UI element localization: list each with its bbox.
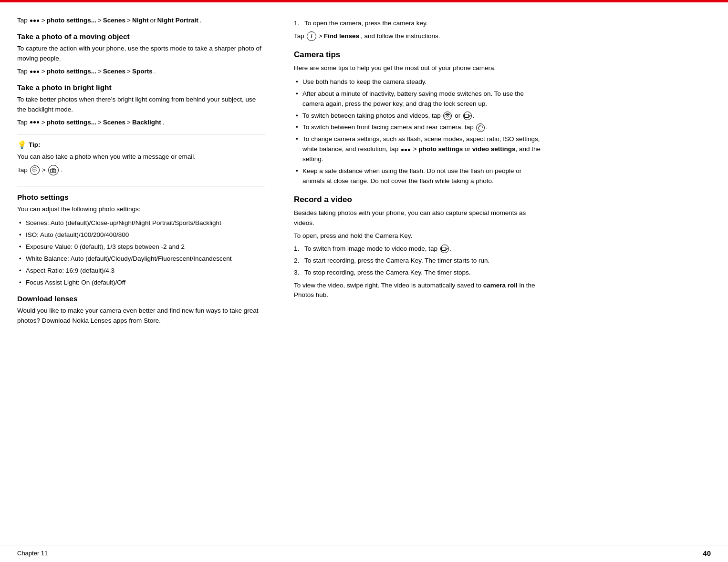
footer-chapter: Chapter 11 [17, 550, 48, 557]
footer-page: 40 [703, 549, 711, 557]
svg-rect-6 [464, 114, 468, 117]
list-item: Keep a safe distance when using the flas… [294, 166, 542, 186]
tap-arrow3: > [127, 16, 131, 26]
camera-circle-icon [48, 165, 59, 175]
page-container: Tap > photo settings... > Scenes > Night… [0, 0, 728, 562]
tap-arrow1: > [42, 16, 45, 26]
para-moving-object: To capture the action with your phone, u… [17, 44, 265, 64]
heading-camera-tips: Camera tips [294, 50, 542, 60]
list-item: To switch between front facing camera an… [294, 123, 542, 133]
footer: Chapter 11 40 [0, 545, 728, 562]
heading-record-video: Record a video [294, 195, 542, 204]
right-column: To open the camera, press the camera key… [284, 16, 542, 535]
tap-bold-sports: Sports [132, 67, 153, 77]
tap-arrow4: > [42, 67, 45, 77]
tap-text2: Tap [17, 67, 28, 77]
tap-line-find-lenses: Tap i > Find lenses , and follow the ins… [294, 31, 542, 41]
tap-period2: . [154, 67, 156, 77]
tip-section: 💡 Tip: You can also take a photo when yo… [17, 134, 265, 186]
list-item: Exposure Value: 0 (default), 1/3 steps b… [17, 242, 265, 252]
tap-bold-photo2: photo settings... [47, 67, 96, 77]
svg-marker-7 [469, 115, 471, 117]
tap-line-sports: Tap > photo settings... > Scenes > Sport… [17, 67, 265, 77]
dots-icon3 [30, 121, 39, 123]
photo-icon [443, 112, 452, 120]
para-photo-settings: You can adjust the following photo setti… [17, 204, 265, 215]
heading-moving-object: Take a photo of a moving object [17, 32, 265, 41]
tap-period4: . [61, 165, 63, 175]
left-column: Tap > photo settings... > Scenes > Night… [17, 16, 265, 535]
bold-camera-roll: cam­era roll [483, 282, 518, 289]
list-item: Use both hands to keep the camera steady… [294, 77, 542, 87]
para-camera-tips: Here are some tips to help you get the m… [294, 63, 542, 73]
message-circle-icon: 💬 [30, 165, 40, 175]
find-lenses-bold: Find lenses [324, 31, 359, 41]
tap-arrow10: > [42, 165, 46, 175]
list-item: To switch between taking photos and vide… [294, 111, 542, 121]
photo-settings-list: Scenes: Auto (default)/Close-up/Night/Ni… [17, 218, 265, 288]
video-mode-icon [440, 245, 449, 253]
tap-bold-photo3: photo settings... [47, 118, 96, 128]
dots-icon2 [30, 71, 39, 73]
camera-tips-list: Use both hands to keep the camera steady… [294, 77, 542, 186]
tap-period3: . [163, 118, 165, 128]
para-record-video: Besides taking photos with your phone, y… [294, 208, 542, 228]
svg-marker-10 [446, 248, 448, 250]
tap-bold-backlight: Backlight [132, 118, 161, 128]
bold-photo-settings: photo settings [418, 145, 463, 153]
svg-rect-9 [441, 247, 446, 251]
list-item: ISO: Auto (default)/100/200/400/800 [17, 230, 265, 240]
para-bright-light: To take better photos when there’s brigh… [17, 95, 265, 115]
svg-rect-5 [447, 113, 449, 114]
tap-or1: or [150, 16, 156, 26]
tip-para: You can also take a photo when you write… [17, 152, 265, 162]
info-circle-icon: i [307, 31, 316, 41]
para-download-lenses: Would you like to make your camera even … [17, 306, 265, 326]
heading-photo-settings: Photo settings [17, 193, 265, 202]
content-area: Tap > photo settings... > Scenes > Night… [0, 2, 728, 545]
dots-icon4 [401, 149, 410, 151]
tap-arrow8: > [98, 118, 102, 128]
svg-point-4 [447, 115, 448, 117]
numbered-list-record: To switch from image mode to video mode,… [294, 244, 542, 278]
tap-arrow9: > [127, 118, 131, 128]
heading-bright-light: Take a photo in bright light [17, 83, 265, 92]
flip-camera-icon [476, 123, 485, 132]
tap-bold-night: Night [132, 16, 149, 26]
svg-marker-8 [479, 125, 480, 126]
tap-line-message: Tap 💬 > . [17, 165, 265, 175]
bold-video-settings: video settings [472, 145, 516, 153]
tap-line-backlight: Tap > photo settings... > Scenes > Backl… [17, 118, 265, 128]
tap-bold-scenes3: Scenes [103, 118, 125, 128]
list-item: White Balance: Auto (default)/Cloudy/Day… [17, 254, 265, 264]
tap-arrow6: > [127, 67, 131, 77]
tap-arrow7: > [42, 118, 45, 128]
tap-bold-portrait: Night Portrait [157, 16, 198, 26]
list-item: To stop recording, press the Camera Key.… [294, 268, 542, 278]
tap-text5: Tap [294, 31, 304, 41]
tap-bold-photo: photo settings... [47, 16, 96, 26]
list-item: Aspect Ratio: 16:9 (default)/4.3 [17, 266, 265, 276]
heading-download-lenses: Download lenses [17, 295, 265, 303]
para-view-video: To view the video, swipe right. The vide… [294, 281, 542, 301]
svg-point-1 [52, 170, 54, 172]
tap-arrow2: > [98, 16, 102, 26]
list-item: Focus Assist Light: On (default)/Off [17, 278, 265, 288]
tap-line-night: Tap > photo settings... > Scenes > Night… [17, 16, 265, 26]
list-item: To start recording, press the Camera Key… [294, 256, 542, 266]
list-item: To switch from image mode to video mode,… [294, 244, 542, 254]
find-lenses-suffix: , and follow the instructions. [361, 31, 440, 41]
tap-bold-scenes2: Scenes [103, 67, 125, 77]
svg-rect-2 [52, 168, 54, 169]
list-item: To change camera settings, such as flash… [294, 134, 542, 164]
video-icon [463, 112, 472, 120]
tip-lightbulb-icon: 💡 [17, 140, 27, 149]
tap-bold-scenes1: Scenes [103, 16, 125, 26]
tap-arrow5: > [98, 67, 102, 77]
numbered-list-open-camera: To open the camera, press the camera key… [294, 19, 542, 29]
list-item: Scenes: Auto (default)/Close-up/Night/Ni… [17, 218, 265, 228]
tap-text3: Tap [17, 118, 28, 128]
tip-label: Tip: [29, 141, 41, 148]
dots-icon [30, 20, 39, 22]
tip-heading: 💡 Tip: [17, 140, 265, 149]
